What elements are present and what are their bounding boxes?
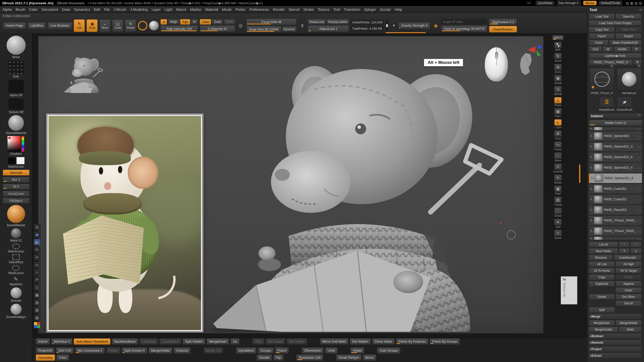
tool-panel-button[interactable]: Boolean (589, 333, 641, 339)
subtool-row-icons[interactable] (637, 197, 641, 202)
tool-panel-button[interactable]: Import (589, 33, 615, 39)
bottom-button[interactable]: Smart ReSym (336, 354, 361, 361)
tray-item[interactable]: StartupMaterial (6, 115, 26, 135)
rgb-intensity-slider[interactable]: Rgb Intensity 100 (160, 25, 198, 32)
titlebar-button[interactable]: AC (525, 1, 534, 5)
view-control-button[interactable]: ⇅ Scroll (552, 53, 564, 62)
subtool-row[interactable]: PM3D_TPose1_PM3D_Sphere3 (589, 215, 642, 225)
menu-item[interactable]: Macro (176, 8, 186, 12)
subtool-row-icons[interactable] (637, 218, 641, 223)
menu-item[interactable]: Movie (222, 8, 232, 12)
tool-panel-button[interactable]: Rename (589, 255, 613, 260)
bottom-button[interactable]: Flip (273, 354, 284, 361)
view-control-button[interactable]: ½ AAHalf (552, 86, 564, 96)
bottom-button[interactable]: Polish By Features (396, 338, 428, 345)
bottom-button[interactable]: Mirror (363, 354, 376, 361)
tool-panel-button[interactable]: ↓ (630, 242, 641, 247)
bottom-button[interactable]: Morph UV (204, 347, 223, 354)
bottom-button[interactable]: ZRemesher (302, 347, 324, 354)
simplebrush-icon[interactable] (599, 97, 614, 107)
angle-of-view-icon[interactable] (432, 22, 439, 29)
tool-panel-button[interactable]: Clone (589, 40, 609, 46)
bottom-button[interactable]: LazyStep (139, 338, 158, 345)
tray-item[interactable]: SmoothValleys (6, 304, 26, 319)
tray-item[interactable]: MaskLasso (8, 265, 24, 275)
tray-item[interactable]: BasicMaterial (7, 205, 25, 227)
bottom-button[interactable]: SDiv (252, 338, 264, 345)
texture-popup[interactable]: Te Texture On (561, 276, 577, 304)
view-control-button[interactable]: ◐ L.Sym (552, 119, 564, 129)
quick-tool-icon[interactable] (34, 322, 41, 328)
quick-tool-icon[interactable]: ↶ (34, 277, 41, 283)
subtool-row-icons[interactable] (637, 187, 641, 191)
tool-panel-button[interactable]: Paste (616, 274, 641, 280)
home-page-button[interactable]: Home Page (3, 22, 26, 29)
gravity-strength-slider[interactable]: Gravity Strength 0 (398, 22, 430, 29)
view-control-button[interactable]: ▦ Floor (552, 108, 564, 118)
spix-slider[interactable]: SPix 3 (552, 35, 564, 40)
menu-item[interactable]: Light (165, 8, 172, 12)
tool-panel-button[interactable]: Copy (589, 274, 615, 280)
move-button[interactable]: ↔ Move (99, 19, 110, 32)
subtool-row[interactable]: PM3D_Cube3D1 (589, 184, 642, 194)
subtool-row-icons[interactable] (637, 229, 641, 233)
eye-icon[interactable] (591, 176, 593, 180)
titlebar-icon[interactable]: ▦ (630, 1, 633, 5)
bottom-button[interactable]: Auto Mask FiberMesh (74, 338, 110, 345)
tool-panel-button[interactable]: Extract (589, 353, 641, 358)
subtool-row[interactable]: PM3D_Sphere3D1_6 (589, 173, 642, 183)
bottom-button[interactable]: Unify (325, 347, 338, 354)
menu-item[interactable]: Marker (190, 8, 202, 12)
tray-item[interactable]: Alternate (3, 170, 29, 175)
tool-panel-button[interactable]: Load Tools From Project (589, 20, 641, 26)
tray-item[interactable]: Alpha Off (8, 79, 24, 97)
tool-panel-button[interactable]: Del Other (616, 294, 641, 300)
tray-item[interactable]: Move (7, 36, 26, 59)
bottom-button[interactable]: Min Connected 1 (75, 347, 105, 354)
tool-panel-button[interactable]: Del All (616, 300, 641, 306)
subtool-row-icons[interactable] (637, 134, 641, 138)
menu-item[interactable]: Color (29, 8, 38, 12)
bottom-button[interactable]: Mirror And Weld (320, 338, 348, 345)
view-control-button[interactable]: △ Persp (552, 97, 564, 107)
tool-panel-button[interactable]: All Low (589, 261, 615, 267)
tool-panel-button[interactable]: ↰ (619, 248, 630, 254)
zsub-toggle[interactable]: Zsub (212, 19, 223, 25)
quick-tool-icon[interactable]: ✎ (34, 246, 41, 253)
edit-button[interactable]: ✎ Edit (74, 19, 85, 32)
tool-panel-button[interactable]: R (632, 46, 641, 52)
z-intensity-slider[interactable]: Z Intensity 51 (200, 25, 235, 32)
bottom-button[interactable]: Del Higher (287, 338, 307, 345)
bottom-scrollbar[interactable]: ‹‹ ›› (36, 345, 587, 347)
view-control-button[interactable]: ▨ Transp (552, 197, 564, 206)
tool-panel-button[interactable]: AutoReorder (614, 255, 641, 260)
view-control-button[interactable]: ● Solo (552, 219, 564, 228)
view-control-button[interactable]: ▚ BPR (552, 42, 564, 51)
view-control-button[interactable]: ↔ Move (552, 152, 564, 162)
tool-panel-button[interactable]: Project (589, 346, 641, 352)
tool-panel-button[interactable]: Remesh (589, 340, 641, 345)
quick-tool-icon[interactable]: ✏ (34, 254, 41, 260)
quick-tool-icon[interactable]: ▧ (34, 314, 41, 321)
bottom-button[interactable]: Resolution 128 (296, 354, 323, 361)
quick-tool-icon[interactable]: ▢ (34, 284, 41, 291)
subtool-row[interactable]: PM3D_Sphere3D3 (589, 131, 642, 141)
menu-item[interactable]: Stencil (289, 8, 300, 12)
view-control-button[interactable]: ◌ Ghost (552, 208, 564, 217)
subtool-row-icons[interactable] (637, 208, 641, 212)
subtool-row-icons[interactable] (637, 237, 641, 240)
subtool-row-icons[interactable] (637, 144, 641, 149)
menu-item[interactable]: Transform (344, 8, 360, 12)
bottom-button[interactable]: Color (56, 354, 69, 361)
tool-panel-button[interactable]: Paste Tool (616, 27, 641, 32)
bottom-button[interactable]: Split Hidden (183, 338, 205, 345)
menu-item[interactable]: Dynamics (74, 8, 90, 12)
bottom-button[interactable]: ProjectAll (36, 347, 55, 354)
bottom-button[interactable]: Split Screen 0 (122, 347, 147, 354)
tray-item[interactable]: Rf 0 (3, 184, 29, 190)
tool-panel-button[interactable]: Load Tool (589, 14, 615, 19)
bottom-button[interactable]: Polish By Groups (430, 338, 460, 345)
bottom-button[interactable]: Geometry (36, 354, 55, 361)
tool-panel-button[interactable]: MergeVisible (589, 327, 618, 332)
eye-icon[interactable] (590, 144, 593, 149)
